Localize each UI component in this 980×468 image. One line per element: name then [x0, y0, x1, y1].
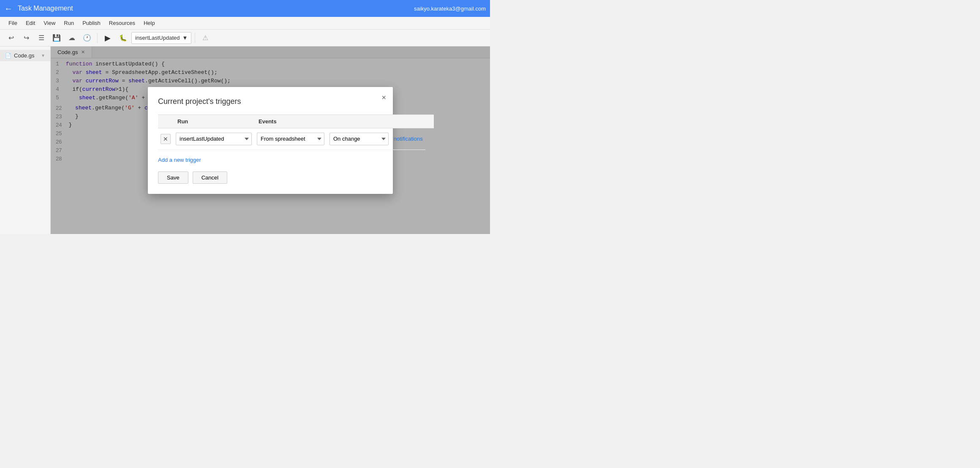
function-select[interactable]: insertLastUpdated	[176, 133, 252, 145]
file-icon: 📄	[5, 53, 11, 59]
back-arrow-icon[interactable]: ←	[4, 4, 13, 14]
triggers-modal: × Current project's triggers Run Events	[148, 87, 393, 194]
main-area: 📄 Code.gs ▼ Code.gs ✕ 1 2 3 4	[0, 46, 490, 234]
format-button[interactable]: ☰	[35, 31, 48, 45]
triggers-table: Run Events ✕	[158, 114, 434, 150]
toolbar-divider2	[195, 33, 195, 43]
menu-view[interactable]: View	[39, 17, 60, 29]
event-type-cell: On change On edit On open On form submit	[327, 128, 391, 150]
event-source-cell: From spreadsheet Time-driven	[254, 128, 327, 150]
col-header-notifications	[425, 114, 434, 128]
run-button[interactable]: ▶	[101, 31, 114, 45]
event-source-select[interactable]: From spreadsheet Time-driven	[257, 133, 324, 145]
delete-cell: ✕	[158, 128, 173, 150]
function-name: insertLastUpdated	[135, 35, 180, 41]
editor-area: Code.gs ✕ 1 2 3 4 5 function insertLastU…	[51, 46, 490, 234]
sidebar-item-label: Code.gs	[14, 52, 34, 59]
col-header-events: Events	[254, 114, 425, 128]
col-header-run-label: Run	[173, 114, 254, 128]
menu-run[interactable]: Run	[60, 17, 78, 29]
undo-button[interactable]: ↩	[4, 31, 18, 45]
cloud-button[interactable]: ☁	[65, 31, 79, 45]
notifications-cell: notifications	[391, 128, 425, 150]
menu-publish[interactable]: Publish	[78, 17, 105, 29]
help-icon-button[interactable]: ⚠	[199, 31, 212, 45]
history-button[interactable]: 🕐	[80, 31, 94, 45]
delete-trigger-button[interactable]: ✕	[161, 134, 171, 144]
app-title: Task Management	[18, 5, 73, 12]
add-trigger-link[interactable]: Add a new trigger	[158, 157, 201, 163]
dropdown-arrow: ▼	[182, 35, 188, 41]
toolbar-divider	[97, 33, 98, 43]
menu-file[interactable]: File	[4, 17, 22, 29]
notifications-link[interactable]: notifications	[394, 136, 423, 142]
modal-footer: Save Cancel	[158, 171, 383, 184]
sidebar: 📄 Code.gs ▼	[0, 46, 51, 234]
modal-title: Current project's triggers	[158, 97, 383, 106]
save-button[interactable]: 💾	[50, 31, 63, 45]
menu-help[interactable]: Help	[139, 17, 159, 29]
chevron-down-icon: ▼	[41, 53, 45, 58]
toolbar: ↩ ↪ ☰ 💾 ☁ 🕐 ▶ 🐛 insertLastUpdated ▼ ⚠	[0, 30, 490, 46]
debug-button[interactable]: 🐛	[116, 31, 130, 45]
trigger-row: ✕ insertLastUpdated From spreadshee	[158, 128, 434, 150]
modal-overlay: × Current project's triggers Run Events	[51, 46, 490, 234]
top-bar: ← Task Management saikyo.karateka3@gmail…	[0, 0, 490, 17]
sidebar-item-code[interactable]: 📄 Code.gs ▼	[0, 50, 50, 61]
function-selector[interactable]: insertLastUpdated ▼	[131, 32, 191, 44]
col-header-run	[158, 114, 173, 128]
function-cell: insertLastUpdated	[173, 128, 254, 150]
menu-bar: File Edit View Run Publish Resources Hel…	[0, 17, 490, 30]
redo-button[interactable]: ↪	[19, 31, 33, 45]
save-button[interactable]: Save	[158, 171, 188, 184]
menu-resources[interactable]: Resources	[105, 17, 139, 29]
menu-edit[interactable]: Edit	[22, 17, 39, 29]
cancel-button[interactable]: Cancel	[193, 171, 227, 184]
modal-close-button[interactable]: ×	[381, 94, 386, 101]
user-email: saikyo.karateka3@gmail.com	[414, 5, 486, 12]
event-type-select[interactable]: On change On edit On open On form submit	[329, 133, 389, 145]
